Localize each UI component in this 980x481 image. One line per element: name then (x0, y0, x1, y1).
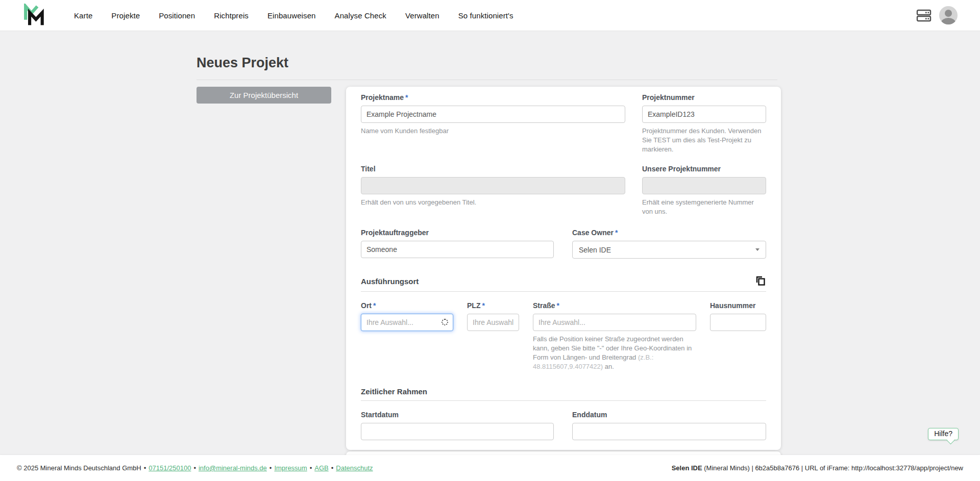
nav-item-projekte[interactable]: Projekte (111, 11, 140, 20)
footer-separator: • (270, 464, 272, 472)
section-zeitlicher-rahmen: Zeitlicher Rahmen (361, 387, 766, 401)
header-actions (916, 6, 980, 24)
nav-item-richtpreis[interactable]: Richtpreis (214, 11, 249, 20)
nav-item-positionen[interactable]: Positionen (159, 11, 195, 20)
row-projektname-projektnummer: Projektname* Name vom Kunden festlegbar … (361, 93, 766, 154)
footer-email-link[interactable]: info@mineral-minds.de (199, 464, 267, 472)
unsere-projektnummer-hint: Erhält eine systemgenerierte Nummer von … (642, 198, 766, 216)
projektname-input[interactable] (361, 106, 625, 123)
row-auftraggeber-caseowner: Projektauftraggeber Case Owner* Selen ID… (361, 229, 766, 259)
field-projektauftraggeber: Projektauftraggeber (361, 229, 554, 259)
titel-input (361, 177, 625, 194)
server-icon[interactable] (916, 9, 932, 22)
top-navigation-bar: Karte Projekte Positionen Richtpreis Ein… (0, 0, 980, 31)
field-projektnummer: Projektnummer Projektnummer des Kunden. … (642, 93, 766, 154)
required-asterisk: * (405, 93, 408, 102)
field-unsere-projektnummer: Unsere Projektnummer Erhält eine systemg… (642, 165, 766, 216)
footer-user-name: Selen IDE (672, 464, 702, 472)
footer-agb-link[interactable]: AGB (314, 464, 328, 472)
field-titel: Titel Erhält den von uns vorgegebenen Ti… (361, 165, 625, 216)
ort-input[interactable] (361, 314, 453, 331)
footer-separator: • (331, 464, 334, 472)
field-enddatum: Enddatum (572, 411, 766, 440)
row-titel-unsere-projektnummer: Titel Erhält den von uns vorgegebenen Ti… (361, 165, 766, 216)
hausnummer-input[interactable] (710, 314, 766, 331)
field-projektname: Projektname* Name vom Kunden festlegbar (361, 93, 625, 154)
titel-label: Titel (361, 165, 625, 173)
user-avatar-icon[interactable] (939, 6, 958, 24)
row-datum: Startdatum Enddatum (361, 411, 766, 440)
case-owner-selected-value: Selen IDE (579, 246, 611, 254)
ort-label: Ort* (361, 301, 453, 310)
field-startdatum: Startdatum (361, 411, 554, 440)
titel-hint: Erhält den von uns vorgegebenen Titel. (361, 198, 625, 207)
footer-session-info: Selen IDE (Mineral Minds) | 6b2a5b8a7676… (672, 464, 963, 472)
mineral-minds-logo[interactable] (22, 4, 45, 27)
nav-item-so-funktionierts[interactable]: So funktioniert's (458, 11, 513, 20)
footer-separator: • (193, 464, 196, 472)
required-asterisk: * (615, 229, 618, 237)
unsere-projektnummer-label: Unsere Projektnummer (642, 165, 766, 173)
footer-impressum-link[interactable]: Impressum (274, 464, 307, 472)
case-owner-label: Case Owner* (572, 229, 766, 237)
ausfuehrungsort-title: Ausführungsort (361, 277, 419, 286)
projektnummer-hint: Projektnummer des Kunden. Verwenden Sie … (642, 126, 766, 154)
new-project-form-card: Projektname* Name vom Kunden festlegbar … (346, 87, 781, 450)
ort-input-wrapper (361, 314, 453, 331)
main-nav: Karte Projekte Positionen Richtpreis Ein… (74, 11, 513, 20)
zeitlicher-rahmen-title: Zeitlicher Rahmen (361, 387, 427, 396)
case-owner-select[interactable]: Selen IDE (572, 241, 766, 259)
enddatum-input[interactable] (572, 423, 766, 440)
back-to-project-overview-button[interactable]: Zur Projektübersicht (197, 87, 331, 104)
projektnummer-label: Projektnummer (642, 93, 766, 102)
required-asterisk: * (373, 301, 376, 310)
required-asterisk: * (557, 301, 559, 310)
projektauftraggeber-input[interactable] (361, 241, 554, 258)
strasse-hint: Falls die Position keiner Straße zugeord… (533, 335, 696, 371)
field-plz: PLZ* (467, 301, 519, 371)
plz-input[interactable] (467, 314, 519, 331)
field-hausnummer: Hausnummer (710, 301, 766, 371)
field-strasse: Straße* Falls die Position keiner Straße… (533, 301, 696, 371)
footer-phone-link[interactable]: 07151/250100 (149, 464, 191, 472)
nav-item-verwalten[interactable]: Verwalten (405, 11, 439, 20)
avatar-shoulders (941, 18, 955, 24)
plz-label: PLZ* (467, 301, 519, 310)
enddatum-label: Enddatum (572, 411, 766, 419)
unsere-projektnummer-input (642, 177, 766, 194)
footer-left: © 2025 Mineral Minds Deutschland GmbH • … (17, 464, 373, 472)
nav-item-einbauweisen[interactable]: Einbauweisen (267, 11, 316, 20)
startdatum-input[interactable] (361, 423, 554, 440)
footer-datenschutz-link[interactable]: Datenschutz (336, 464, 373, 472)
footer: © 2025 Mineral Minds Deutschland GmbH • … (0, 455, 980, 481)
chevron-down-icon (755, 248, 760, 251)
projektname-label: Projektname* (361, 93, 625, 102)
field-ort: Ort* (361, 301, 453, 371)
nav-item-analyse-check[interactable]: Analyse Check (335, 11, 386, 20)
nav-item-karte[interactable]: Karte (74, 11, 92, 20)
projektname-hint: Name vom Kunden festlegbar (361, 126, 625, 136)
copy-icon[interactable] (755, 275, 766, 287)
footer-separator: • (310, 464, 312, 472)
required-asterisk: * (482, 301, 484, 310)
help-button[interactable]: Hilfe? (928, 428, 959, 440)
footer-copyright: © 2025 Mineral Minds Deutschland GmbH (17, 464, 141, 472)
strasse-label: Straße* (533, 301, 696, 310)
projektauftraggeber-label: Projektauftraggeber (361, 229, 554, 237)
footer-separator: • (144, 464, 146, 472)
strasse-input[interactable] (533, 314, 696, 331)
title-divider (197, 80, 777, 80)
loading-spinner-icon (442, 319, 448, 325)
section-ausfuehrungsort: Ausführungsort (361, 275, 766, 292)
row-adresse: Ort* PLZ* Straße* Falls die Position kei… (361, 301, 766, 371)
hausnummer-label: Hausnummer (710, 301, 766, 310)
footer-session-details: (Mineral Minds) | 6b2a5b8a7676 | URL of … (702, 464, 963, 472)
avatar-head (945, 10, 952, 17)
page-title: Neues Projekt (197, 55, 288, 71)
field-case-owner: Case Owner* Selen IDE (572, 229, 766, 259)
projektnummer-input[interactable] (642, 106, 766, 123)
startdatum-label: Startdatum (361, 411, 554, 419)
